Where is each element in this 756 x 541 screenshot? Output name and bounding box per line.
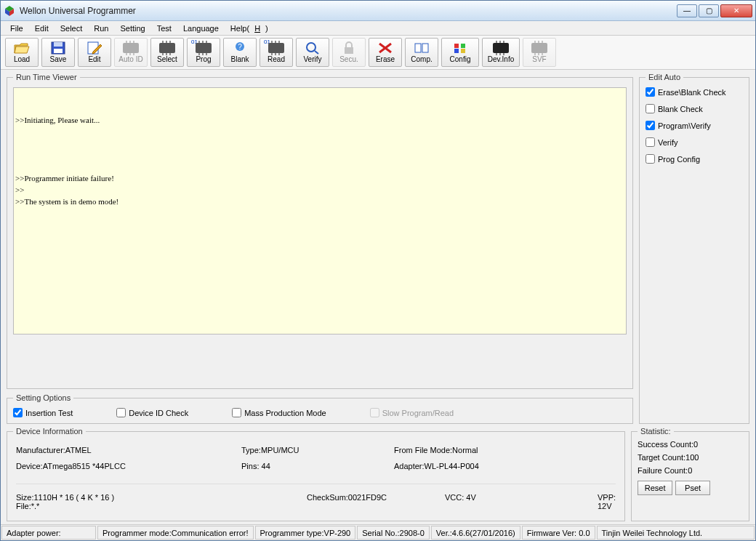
erase-button[interactable]: Erase xyxy=(369,38,402,67)
device-id-check[interactable]: Device ID Check xyxy=(116,408,188,417)
minimize-button[interactable]: — xyxy=(677,4,697,17)
manufacturer: Manufacturer:ATMEL xyxy=(16,446,241,454)
svg-rect-5 xyxy=(54,49,63,53)
status-company: Tinjin Weilei Technology Ltd. xyxy=(597,526,755,540)
run-time-viewer: Run Time Viewer xyxy=(7,73,633,389)
reset-button[interactable]: Reset xyxy=(638,481,672,495)
rtv-text[interactable] xyxy=(13,87,627,334)
devinfo-button[interactable]: Dev.Info xyxy=(482,38,520,67)
svf-button[interactable]: SVF xyxy=(523,38,556,67)
mass-production-check[interactable]: Mass Production Mode xyxy=(232,408,326,417)
checksum: CheckSum:0021FD9C xyxy=(307,493,445,510)
prog-config-check[interactable]: Prog Config xyxy=(646,154,743,164)
chip-icon xyxy=(123,43,139,53)
vpp: VPP: 12V xyxy=(598,493,616,510)
magnifier-icon xyxy=(305,41,320,55)
svg-rect-18 xyxy=(454,49,459,53)
status-type: Programmer type:VP-290 xyxy=(255,526,356,540)
chip-arrow-icon xyxy=(268,43,284,53)
success-count: Success Count:0 xyxy=(638,440,743,449)
prog-button[interactable]: 01Prog xyxy=(187,38,220,67)
chip-icon xyxy=(159,43,175,53)
type: Type:MPU/MCU xyxy=(241,446,394,454)
compare-icon xyxy=(414,41,429,55)
comp-button[interactable]: Comp. xyxy=(405,38,438,67)
config-icon xyxy=(452,41,468,55)
fromfile: From File Mode:Normal xyxy=(394,446,583,454)
menu-setting[interactable]: Setting xyxy=(115,23,150,34)
svg-rect-16 xyxy=(454,44,459,48)
menu-test[interactable]: Test xyxy=(152,23,177,34)
save-button[interactable]: Save xyxy=(41,38,75,67)
select-button[interactable]: Select xyxy=(150,38,184,67)
svg-rect-17 xyxy=(461,44,465,48)
svg-rect-19 xyxy=(461,49,465,53)
svg-text:?: ? xyxy=(238,43,242,51)
stat-legend: Statistic: xyxy=(638,427,674,436)
slow-program-check: Slow Program/Read xyxy=(370,408,454,417)
verify-check[interactable]: Verify xyxy=(646,137,743,147)
svg-rect-11 xyxy=(345,47,353,54)
toolbar: Load Save Edit Auto ID Select 01Prog ?Bl… xyxy=(1,36,755,70)
statistic: Statistic: Success Count:0 Target Count:… xyxy=(631,427,749,521)
blank-check[interactable]: Blank Check xyxy=(646,104,743,113)
status-serial: Serial No.:2908-0 xyxy=(357,526,430,540)
device-information: Device Information Manufacturer:ATMEL Ty… xyxy=(7,427,625,521)
edit-auto: Edit Auto Erase\Blank Check Blank Check … xyxy=(639,73,749,424)
menu-run[interactable]: Run xyxy=(89,23,113,34)
rtv-legend: Run Time Viewer xyxy=(13,73,80,81)
folder-open-icon xyxy=(14,41,30,55)
chip-icon xyxy=(531,43,547,53)
menubar: File Edit Select Run Setting Test Langua… xyxy=(1,21,755,36)
device: Device:ATmega8515 *44PLCC xyxy=(16,462,241,470)
floppy-icon xyxy=(51,41,65,55)
insertion-test-check[interactable]: Insertion Test xyxy=(13,408,73,417)
window-title: Wellon Universal Programmer xyxy=(20,6,677,16)
menu-language[interactable]: Language xyxy=(178,23,224,34)
edit-button[interactable]: Edit xyxy=(78,38,111,67)
status-fw: Firmware Ver: 0.0 xyxy=(522,526,595,540)
program-verify-check[interactable]: Program\Verify xyxy=(646,121,743,130)
menu-edit[interactable]: Edit xyxy=(30,23,54,34)
autoid-button[interactable]: Auto ID xyxy=(114,38,148,67)
target-count: Target Count:100 xyxy=(638,453,743,462)
svg-line-10 xyxy=(315,51,318,54)
statusbar: Adapter power: Programmer mode:Communica… xyxy=(1,524,755,540)
maximize-button[interactable]: ▢ xyxy=(699,4,719,17)
chip-icon xyxy=(493,43,509,53)
svg-rect-4 xyxy=(54,42,63,47)
close-button[interactable]: ✕ xyxy=(720,4,752,17)
erase-blank-check[interactable]: Erase\Blank Check xyxy=(646,87,743,97)
blank-button[interactable]: ?Blank xyxy=(223,38,257,67)
app-icon xyxy=(4,5,15,17)
app-window: Wellon Universal Programmer — ▢ ✕ File E… xyxy=(0,0,756,541)
adapter: Adapter:WL-PL44-P004 xyxy=(394,462,583,470)
load-button[interactable]: Load xyxy=(5,38,39,67)
pset-button[interactable]: Pset xyxy=(675,481,710,495)
vcc: VCC: 4V xyxy=(445,493,598,510)
menu-file[interactable]: File xyxy=(5,23,28,34)
menu-help[interactable]: Help(H) xyxy=(225,23,273,34)
config-button[interactable]: Config xyxy=(441,38,479,67)
menu-select[interactable]: Select xyxy=(55,23,88,34)
read-button[interactable]: 01Read xyxy=(260,38,293,67)
verify-button[interactable]: Verify xyxy=(296,38,329,67)
failure-count: Failure Count:0 xyxy=(638,466,743,475)
edit-icon xyxy=(87,41,102,55)
svg-rect-15 xyxy=(422,44,428,52)
setting-legend: Setting Options xyxy=(13,393,73,402)
chip-arrow-icon xyxy=(196,43,212,53)
question-chip-icon: ? xyxy=(233,41,246,55)
file: File:*.* xyxy=(16,502,307,510)
pins: Pins: 44 xyxy=(241,462,394,470)
status-ver: Ver.:4.6.6(27/01/2016) xyxy=(431,526,520,540)
setting-options: Setting Options Insertion Test Device ID… xyxy=(7,393,633,424)
erase-icon xyxy=(377,41,393,55)
svg-point-9 xyxy=(307,43,315,52)
secu-button[interactable]: Secu. xyxy=(332,38,366,67)
devinfo-legend: Device Information xyxy=(13,427,86,436)
status-mode: Programmer mode:Communication error! xyxy=(97,526,254,540)
lock-icon xyxy=(343,41,355,55)
status-adapter: Adapter power: xyxy=(1,526,96,540)
editauto-legend: Edit Auto xyxy=(646,73,683,81)
